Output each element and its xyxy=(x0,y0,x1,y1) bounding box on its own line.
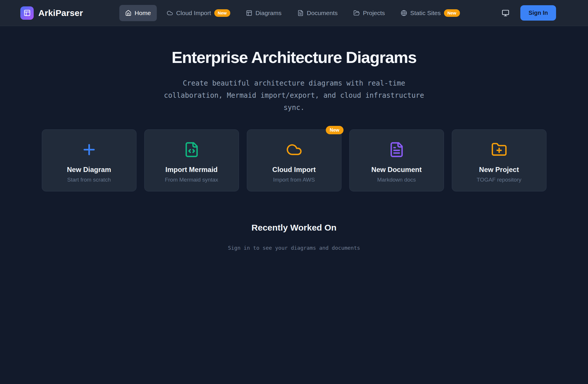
file-text-icon xyxy=(389,141,405,158)
new-badge: New xyxy=(326,126,344,134)
recent-empty-message: Sign in to see your diagrams and documen… xyxy=(0,245,588,251)
card-new-document[interactable]: New Document Markdown docs xyxy=(349,129,444,191)
top-navigation-bar: ArkiParser Home Cloud Import New xyxy=(0,0,588,26)
nav-item-cloud-import[interactable]: Cloud Import New xyxy=(161,5,236,21)
card-import-mermaid[interactable]: Import Mermaid From Mermaid syntax xyxy=(144,129,239,191)
nav-item-label: Static Sites xyxy=(410,10,441,17)
cloud-icon xyxy=(167,10,173,16)
plus-icon xyxy=(81,141,97,158)
nav-item-projects[interactable]: Projects xyxy=(348,5,391,21)
card-new-diagram[interactable]: New Diagram Start from scratch xyxy=(42,129,136,191)
nav-item-label: Cloud Import xyxy=(176,10,211,17)
globe-icon xyxy=(401,10,407,16)
recently-worked-on-section: Recently Worked On Sign in to see your d… xyxy=(0,223,588,251)
card-subtitle: Start from scratch xyxy=(67,177,111,183)
page-subtitle: Create beautiful architecture diagrams w… xyxy=(158,77,431,114)
new-badge: New xyxy=(444,9,460,17)
home-icon xyxy=(125,10,132,16)
recent-section-heading: Recently Worked On xyxy=(0,223,588,233)
card-title: New Diagram xyxy=(67,166,111,174)
card-title: Import Mermaid xyxy=(165,166,217,174)
hero-section: Enterprise Architecture Diagrams Create … xyxy=(0,48,588,114)
app-logo-icon xyxy=(20,6,34,20)
sign-in-button[interactable]: Sign In xyxy=(520,5,556,21)
nav-item-label: Home xyxy=(135,10,151,17)
nav-item-label: Projects xyxy=(363,10,385,17)
page-title: Enterprise Architecture Diagrams xyxy=(0,48,588,67)
new-badge: New xyxy=(214,9,230,17)
file-text-icon xyxy=(297,10,304,16)
folder-open-icon xyxy=(353,10,360,16)
main-nav: Home Cloud Import New Diagrams xyxy=(119,5,466,21)
card-subtitle: Import from AWS xyxy=(273,177,315,183)
nav-item-documents[interactable]: Documents xyxy=(292,5,344,21)
card-subtitle: TOGAF repository xyxy=(477,177,522,183)
quick-actions-row: New Diagram Start from scratch Import Me… xyxy=(0,129,588,191)
brand-name: ArkiParser xyxy=(38,8,83,18)
header-actions: Sign In xyxy=(502,5,556,21)
theme-toggle-button[interactable] xyxy=(502,9,509,17)
nav-item-label: Diagrams xyxy=(256,10,282,17)
card-cloud-import[interactable]: New Cloud Import Import from AWS xyxy=(247,129,341,191)
nav-item-diagrams[interactable]: Diagrams xyxy=(240,5,287,21)
card-title: New Document xyxy=(371,166,422,174)
card-title: Cloud Import xyxy=(272,166,316,174)
card-new-project[interactable]: New Project TOGAF repository xyxy=(452,129,546,191)
nav-item-label: Documents xyxy=(307,10,338,17)
cloud-icon xyxy=(286,141,302,158)
nav-item-static-sites[interactable]: Static Sites New xyxy=(395,5,466,21)
nav-item-home[interactable]: Home xyxy=(119,5,157,21)
brand-logo[interactable]: ArkiParser xyxy=(20,6,83,20)
file-code-icon xyxy=(184,141,200,158)
folder-plus-icon xyxy=(491,141,507,158)
layout-panels-icon xyxy=(246,10,252,16)
card-subtitle: Markdown docs xyxy=(377,177,416,183)
card-subtitle: From Mermaid syntax xyxy=(165,177,218,183)
monitor-icon xyxy=(502,9,509,17)
card-title: New Project xyxy=(479,166,519,174)
